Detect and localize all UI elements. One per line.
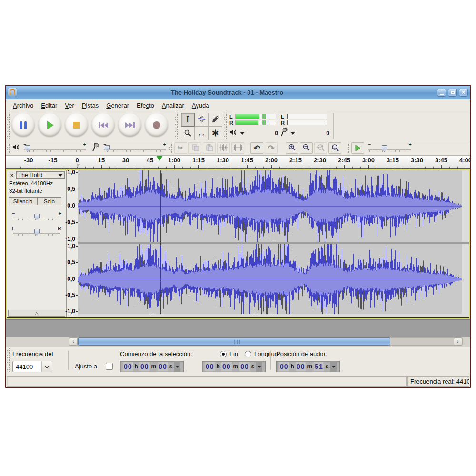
output-meter[interactable]: LR0 bbox=[229, 113, 279, 140]
menu-ayuda[interactable]: Ayuda bbox=[188, 100, 213, 110]
toolbar-grip[interactable] bbox=[7, 143, 10, 154]
copy-button[interactable] bbox=[188, 142, 201, 154]
chevron-down-icon[interactable] bbox=[174, 361, 180, 372]
silence-button[interactable] bbox=[231, 142, 244, 154]
timeline-label: 2:15 bbox=[289, 157, 302, 164]
draw-tool-button[interactable] bbox=[208, 113, 222, 127]
mute-button[interactable]: Silencio bbox=[9, 197, 37, 205]
solo-button[interactable]: Solo bbox=[37, 197, 61, 205]
toolbar-grip[interactable] bbox=[175, 113, 178, 139]
scroll-right-button[interactable]: › bbox=[454, 337, 462, 346]
trim-button[interactable] bbox=[217, 142, 230, 154]
chevron-down-icon[interactable] bbox=[330, 361, 337, 372]
close-button[interactable]: × bbox=[459, 89, 468, 97]
toolbar-grip[interactable] bbox=[224, 113, 228, 139]
pause-button[interactable] bbox=[11, 113, 35, 137]
titlebar[interactable]: The Holiday Soundtrack - 01 - Maestro × bbox=[6, 86, 470, 99]
time-digits[interactable]: 00 bbox=[279, 362, 289, 371]
menu-archivo[interactable]: Archivo bbox=[10, 100, 37, 110]
fit-project-button[interactable] bbox=[328, 142, 341, 154]
paste-button[interactable] bbox=[203, 142, 216, 154]
timeline-tick bbox=[134, 167, 134, 168]
timeline-ruler[interactable]: -30-1501530451:001:151:301:452:002:152:3… bbox=[6, 156, 470, 169]
zoom-in-button[interactable] bbox=[286, 142, 298, 154]
waveform-display[interactable] bbox=[78, 170, 469, 317]
time-digits[interactable]: 00 bbox=[239, 362, 250, 371]
length-radio[interactable] bbox=[245, 351, 251, 357]
play-at-speed-button[interactable] bbox=[351, 142, 364, 154]
copy-icon bbox=[191, 144, 199, 153]
waveform-channel[interactable] bbox=[78, 244, 462, 314]
paste-icon bbox=[206, 144, 213, 153]
menu-pistas[interactable]: Pistas bbox=[79, 100, 102, 110]
chevron-down-icon[interactable] bbox=[290, 132, 295, 135]
timeline-tick bbox=[109, 167, 110, 168]
rewind-icon bbox=[98, 121, 109, 129]
maximize-button[interactable] bbox=[448, 89, 457, 97]
selection-end-time[interactable]: 00h00m00s bbox=[202, 361, 266, 372]
zoom-icon bbox=[184, 129, 192, 139]
horizontal-scrollbar[interactable]: ‹ › bbox=[6, 337, 470, 347]
selection-start-time[interactable]: 00h00m00s bbox=[120, 361, 184, 372]
end-radio[interactable] bbox=[220, 351, 227, 357]
menu-editar[interactable]: Editar bbox=[38, 100, 60, 110]
playback-speed-slider[interactable]: − + bbox=[368, 145, 411, 152]
pan-slider[interactable]: L R bbox=[13, 228, 60, 236]
time-digits[interactable]: 51 bbox=[314, 362, 324, 371]
scrollbar-thumb[interactable] bbox=[78, 337, 390, 346]
multi-tool-button[interactable]: ∗ bbox=[208, 127, 222, 140]
envelope-tool-button[interactable] bbox=[195, 113, 208, 127]
waveform-channel[interactable] bbox=[78, 170, 462, 242]
speaker-icon bbox=[12, 144, 20, 152]
chevron-down-icon[interactable] bbox=[240, 132, 245, 135]
toolbar-grip[interactable] bbox=[7, 348, 10, 372]
zoom-tool-button[interactable] bbox=[181, 127, 195, 140]
toolbar-grip[interactable] bbox=[347, 143, 350, 154]
playback-cursor bbox=[160, 170, 161, 314]
time-digits[interactable]: 00 bbox=[296, 362, 306, 371]
vruler-label: 0,5 bbox=[67, 186, 75, 192]
scroll-left-button[interactable]: ‹ bbox=[69, 337, 78, 346]
redo-button[interactable]: ↷ bbox=[265, 142, 278, 154]
project-rate-combo[interactable]: 44100 bbox=[12, 361, 52, 372]
selection-tool-button[interactable]: I bbox=[181, 113, 195, 127]
rewind-button[interactable] bbox=[91, 113, 115, 137]
gain-slider[interactable]: − + bbox=[13, 213, 60, 221]
play-button[interactable] bbox=[38, 113, 61, 137]
track-name-menu[interactable]: The Holid bbox=[16, 171, 65, 179]
timeshift-tool-button[interactable]: ↔ bbox=[195, 127, 208, 140]
undo-button[interactable]: ↶ bbox=[250, 142, 263, 154]
menu-analizar[interactable]: Analizar bbox=[159, 100, 188, 110]
audio-position-time[interactable]: 00h00m51s bbox=[276, 361, 340, 372]
snap-to-checkbox[interactable] bbox=[106, 363, 113, 370]
fit-selection-button[interactable] bbox=[314, 142, 327, 154]
vertical-ruler[interactable]: 1,00,50,0-0,5-1,01,00,50,0-0,5-1,0 bbox=[67, 170, 78, 317]
zoom-out-button[interactable] bbox=[300, 142, 313, 154]
track-collapse-button[interactable]: △ bbox=[8, 310, 65, 317]
vruler-label: -1,0 bbox=[65, 308, 75, 315]
track-close-button[interactable]: × bbox=[9, 172, 15, 178]
timeline-tick bbox=[344, 165, 345, 168]
time-digits[interactable]: 00 bbox=[158, 362, 168, 371]
toolbar-grip[interactable] bbox=[169, 143, 173, 154]
time-digits[interactable]: 00 bbox=[123, 362, 133, 371]
minimize-button[interactable] bbox=[437, 89, 446, 97]
output-volume-slider[interactable]: − + bbox=[24, 145, 86, 152]
menu-ver[interactable]: Ver bbox=[61, 100, 78, 110]
menu-generar[interactable]: Generar bbox=[103, 100, 132, 110]
timeline-label: 30 bbox=[122, 157, 129, 164]
time-digits[interactable]: 00 bbox=[205, 362, 215, 371]
input-meter[interactable]: LR0 bbox=[281, 113, 330, 140]
toolbar-grip[interactable] bbox=[7, 113, 10, 139]
forward-button[interactable] bbox=[118, 113, 141, 137]
playhead-marker[interactable] bbox=[156, 156, 163, 161]
menu-efecto[interactable]: Efecto bbox=[133, 100, 158, 110]
stop-button[interactable] bbox=[65, 113, 88, 137]
chevron-down-icon[interactable] bbox=[256, 361, 262, 372]
input-volume-slider[interactable]: − + bbox=[104, 145, 166, 152]
time-digits[interactable]: 00 bbox=[221, 362, 232, 371]
record-button[interactable] bbox=[145, 113, 168, 137]
meter-clip-edge bbox=[287, 114, 288, 119]
time-digits[interactable]: 00 bbox=[139, 362, 150, 371]
cut-button[interactable]: ✂ bbox=[174, 142, 187, 154]
